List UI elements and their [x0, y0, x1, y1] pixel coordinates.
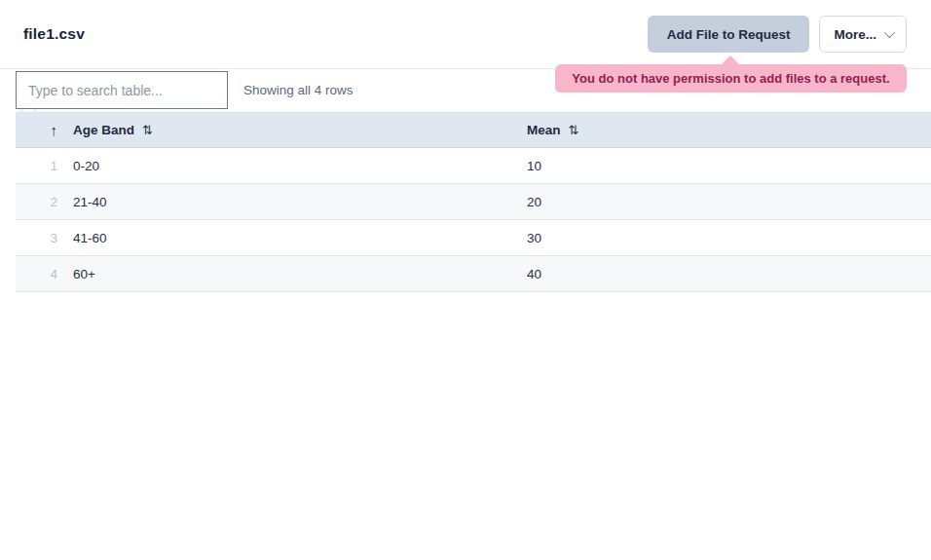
- search-input[interactable]: [16, 71, 228, 109]
- table-row: 2 21-40 20: [16, 184, 931, 220]
- header-actions: Add File to Request More...: [648, 16, 907, 53]
- mean-cell: 10: [511, 159, 931, 173]
- column-header-label: Mean: [527, 123, 561, 137]
- file-viewer-page: file1.csv Add File to Request More... Yo…: [0, 0, 931, 560]
- chevron-down-icon: [884, 27, 895, 38]
- table-row: 3 41-60 30: [16, 220, 931, 256]
- add-file-to-request-button[interactable]: Add File to Request: [648, 16, 810, 53]
- age-band-cell: 41-60: [57, 231, 511, 245]
- table-row: 1 0-20 10: [16, 148, 931, 184]
- sort-ascending-icon: ↑: [51, 122, 58, 138]
- row-number: 3: [16, 231, 57, 245]
- file-title: file1.csv: [23, 25, 85, 43]
- more-button[interactable]: More...: [819, 16, 907, 53]
- row-number: 2: [16, 195, 57, 209]
- age-band-cell: 21-40: [57, 195, 511, 209]
- age-band-cell: 0-20: [57, 159, 511, 173]
- sort-toggle-icon: ⇅: [142, 123, 153, 137]
- age-band-cell: 60+: [57, 267, 511, 281]
- column-header-mean[interactable]: Mean ⇅: [511, 123, 931, 137]
- page-header: file1.csv Add File to Request More...: [0, 0, 931, 69]
- row-number: 1: [16, 159, 57, 173]
- column-header-label: Age Band: [73, 123, 134, 137]
- sort-direction-header[interactable]: ↑: [16, 122, 57, 138]
- mean-cell: 40: [511, 267, 931, 281]
- tooltip-arrow-icon: [722, 56, 739, 64]
- table-header-row: ↑ Age Band ⇅ Mean ⇅: [16, 112, 931, 148]
- mean-cell: 20: [511, 195, 931, 209]
- table-row: 4 60+ 40: [16, 256, 931, 292]
- data-table: ↑ Age Band ⇅ Mean ⇅ 1 0-20 10 2 21-40 20…: [16, 112, 931, 292]
- more-button-label: More...: [834, 27, 876, 42]
- mean-cell: 30: [511, 231, 931, 245]
- permission-tooltip-text: You do not have permission to add files …: [572, 71, 889, 86]
- permission-tooltip: You do not have permission to add files …: [555, 64, 907, 93]
- row-number: 4: [16, 267, 57, 281]
- row-count-text: Showing all 4 rows: [243, 71, 354, 109]
- column-header-age-band[interactable]: Age Band ⇅: [57, 123, 511, 137]
- sort-toggle-icon: ⇅: [569, 123, 579, 137]
